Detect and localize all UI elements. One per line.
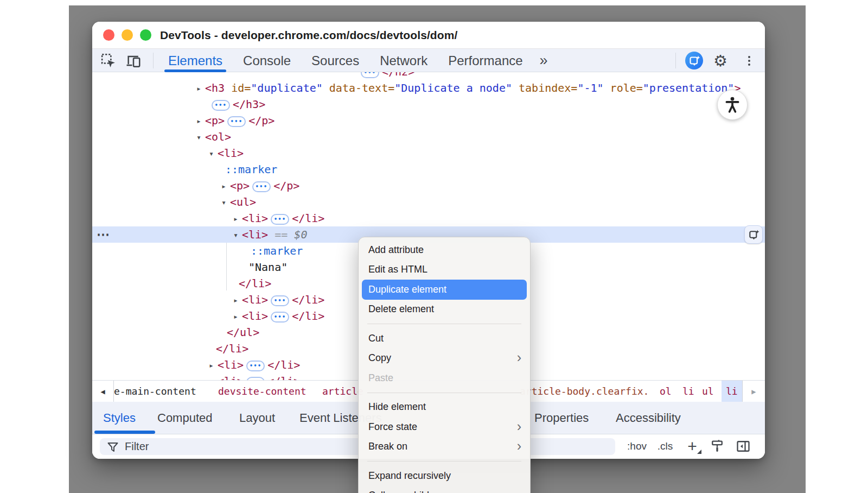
collapse-arrow-icon[interactable]: ▾	[233, 227, 242, 243]
inline-expand-icon[interactable]: •••	[246, 361, 265, 371]
dom-node-text: ::marker	[92, 161, 765, 178]
menu-item-add-attribute[interactable]: Add attribute	[359, 240, 530, 260]
collapse-arrow-icon[interactable]: ▾	[221, 194, 230, 211]
dom-row[interactable]: ▾<ol>	[92, 129, 765, 145]
breadcrumb-item-article-body-clearfix[interactable]: article-body.clearfix.	[520, 381, 649, 402]
inline-expand-icon[interactable]: •••	[271, 295, 289, 306]
breadcrumb-item-e-main-content[interactable]: e-main-content	[114, 381, 196, 402]
menu-item-paste[interactable]: Paste	[359, 368, 530, 388]
tab-label: Console	[243, 53, 291, 68]
tab-label: Sources	[311, 53, 359, 68]
dom-row[interactable]: ▸<h3 id="duplicate" data-text="Duplicate…	[92, 80, 765, 96]
dock-side-button[interactable]	[732, 437, 754, 456]
ai-assistance-row-button[interactable]	[744, 225, 763, 244]
row-overflow-icon[interactable]: ⋯	[97, 226, 110, 243]
styles-tab-underline	[94, 431, 155, 434]
inline-expand-icon[interactable]: •••	[212, 100, 230, 111]
inspect-element-button[interactable]	[100, 52, 117, 69]
breadcrumb-scroll-left-button[interactable]: ◀	[92, 381, 114, 402]
collapse-arrow-icon[interactable]: ▾	[196, 129, 205, 146]
dom-row[interactable]: ▸<li>•••</li>	[92, 210, 765, 226]
menu-item-label: Hide element	[368, 401, 521, 413]
dom-row[interactable]: ::marker	[92, 161, 765, 178]
menu-item-label: Delete element	[368, 304, 521, 315]
expand-arrow-icon[interactable]: ▸	[209, 374, 218, 380]
breadcrumb-item-ol[interactable]: ol	[660, 381, 672, 402]
expand-arrow-icon[interactable]: ▸	[233, 211, 242, 227]
ai-assistance-glyph	[748, 229, 760, 241]
accessibility-widget-button[interactable]	[717, 90, 748, 120]
tab-properties[interactable]: Properties	[534, 402, 589, 434]
tab-layout[interactable]: Layout	[239, 402, 275, 434]
expand-arrow-icon[interactable]: ▸	[196, 113, 205, 129]
breadcrumb-item-li[interactable]: li	[722, 381, 742, 402]
tab-performance[interactable]: Performance	[438, 49, 533, 72]
tab-sources[interactable]: Sources	[301, 49, 369, 72]
dom-node-text: •••</h3>	[92, 96, 765, 112]
menu-item-break-on[interactable]: Break on›	[359, 437, 530, 457]
menu-item-label: Add attribute	[368, 244, 521, 256]
inline-expand-icon[interactable]: •••	[252, 181, 271, 192]
dom-row[interactable]: •••</h2>	[92, 72, 765, 80]
breadcrumb-item-devsite-content[interactable]: devsite-content	[218, 381, 307, 402]
expand-arrow-icon[interactable]: ▸	[221, 178, 230, 194]
close-window-button[interactable]	[103, 29, 114, 41]
inline-expand-icon[interactable]: •••	[361, 72, 379, 78]
tab-computed[interactable]: Computed	[157, 402, 213, 434]
window-title: DevTools - developer.chrome.com/docs/dev…	[160, 22, 457, 49]
expand-arrow-icon[interactable]: ▸	[209, 357, 218, 374]
menu-separator	[367, 393, 521, 393]
dom-row[interactable]: •••</h3>	[92, 96, 765, 112]
accessibility-person-icon	[723, 96, 742, 114]
expand-arrow-icon[interactable]: ▸	[233, 292, 242, 308]
breadcrumb-item-article[interactable]: article	[322, 381, 363, 402]
menu-item-delete-element[interactable]: Delete element	[359, 300, 530, 320]
menu-separator	[367, 461, 521, 462]
tab-network[interactable]: Network	[369, 49, 438, 72]
new-style-rule-button[interactable]: +	[681, 437, 703, 456]
menu-item-copy[interactable]: Copy›	[359, 349, 530, 369]
breadcrumb-item-li[interactable]: li	[682, 381, 694, 402]
dom-row[interactable]: ▸<p>•••</p>	[92, 178, 765, 194]
menu-item-expand-recursively[interactable]: Expand recursively	[359, 466, 530, 486]
dom-row[interactable]: ▾<ul>	[92, 194, 765, 210]
dom-node-text: ▾<li>	[92, 145, 765, 162]
dom-row[interactable]: ▾<li>	[92, 145, 765, 161]
menu-item-cut[interactable]: Cut	[359, 328, 530, 349]
ai-assistance-toolbar-button[interactable]	[685, 52, 703, 69]
rendering-emulation-button[interactable]	[706, 437, 728, 456]
settings-button[interactable]: ⚙	[712, 52, 729, 69]
tab-console[interactable]: Console	[233, 49, 301, 72]
submenu-chevron-icon: ›	[517, 439, 521, 453]
expand-arrow-icon[interactable]: ▸	[196, 80, 205, 97]
more-tabs-button[interactable]: »	[533, 49, 553, 72]
window-titlebar: DevTools - developer.chrome.com/docs/dev…	[92, 22, 765, 49]
element-classes-button[interactable]: .cls	[652, 437, 678, 456]
tab-accessibility[interactable]: Accessibility	[616, 402, 681, 434]
filter-input[interactable]: Filter	[100, 438, 615, 455]
inline-expand-icon[interactable]: •••	[271, 214, 289, 225]
tab-elements[interactable]: Elements	[158, 49, 233, 72]
menu-item-edit-as-html[interactable]: Edit as HTML	[359, 260, 530, 280]
dom-row[interactable]: ▸<p>•••</p>	[92, 112, 765, 129]
dom-node-text: ▾<ul>	[92, 194, 765, 211]
menu-item-hide-element[interactable]: Hide element	[359, 397, 530, 418]
expand-arrow-icon[interactable]: ▸	[233, 308, 242, 325]
zoom-window-button[interactable]	[140, 29, 151, 41]
device-toolbar-button[interactable]	[125, 52, 142, 69]
inline-expand-icon[interactable]: •••	[227, 116, 246, 127]
dom-node-text: ▸<h3 id="duplicate" data-text="Duplicate…	[92, 80, 765, 97]
menu-item-duplicate-element[interactable]: Duplicate element	[362, 280, 527, 300]
main-menu-button[interactable]	[741, 52, 758, 69]
submenu-chevron-icon: ›	[517, 420, 521, 433]
inline-expand-icon[interactable]: •••	[271, 312, 289, 323]
minimize-window-button[interactable]	[122, 29, 133, 41]
collapse-arrow-icon[interactable]: ▾	[209, 146, 218, 162]
menu-item-collapse-children[interactable]: Collapse children	[359, 486, 530, 493]
menu-item-force-state[interactable]: Force state›	[359, 417, 530, 437]
toggle-element-state-button[interactable]: :hov	[623, 437, 651, 456]
tab-label: Performance	[448, 53, 522, 68]
tab-styles[interactable]: Styles	[103, 402, 136, 434]
breadcrumb-scroll-right-button[interactable]: ▶	[742, 381, 765, 402]
breadcrumb-item-ul[interactable]: ul	[702, 381, 714, 402]
